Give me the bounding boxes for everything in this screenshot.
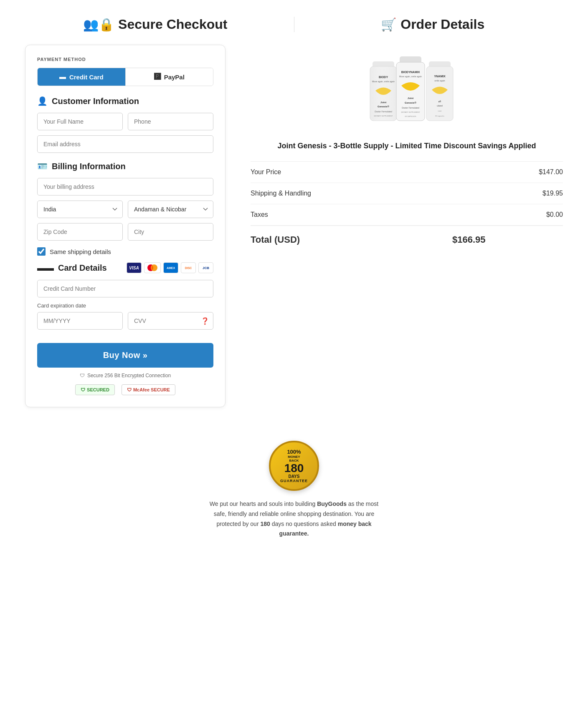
money-back-days-label: DAYS	[289, 474, 300, 479]
svg-text:Doctor Formulated: Doctor Formulated	[375, 110, 392, 113]
card-expiry-label: Card expiration date	[37, 302, 213, 309]
payment-method-label: PAYMENT METHOD	[37, 57, 213, 62]
svg-text:BIODYNAMIX: BIODYNAMIX	[401, 71, 420, 74]
footer-text: We put our hearts and souls into buildin…	[206, 499, 382, 539]
credit-card-tab[interactable]: ▬ Credit Card	[38, 68, 125, 86]
svg-text:Doctor Formulated: Doctor Formulated	[402, 107, 419, 109]
security-text: 🛡 Secure 256 Bit Encrypted Connection	[37, 373, 213, 378]
mcafee-badge: 🛡 McAfee SECURE	[122, 384, 175, 395]
total-label: Total (USD)	[251, 226, 452, 254]
full-name-input[interactable]	[37, 113, 123, 130]
shield-icon: 🛡	[80, 373, 85, 378]
money-back-guarantee-text: GUARANTEE	[280, 479, 308, 483]
security-badges: 🛡 SECURED 🛡 McAfee SECURE	[37, 384, 213, 395]
same-shipping-checkbox[interactable]	[37, 247, 46, 256]
card-details-header: ▬▬ Card Details VISA AMEX	[37, 262, 213, 273]
secure-checkout-title: 👥🔒 Secure Checkout	[25, 17, 286, 32]
email-input[interactable]	[37, 135, 213, 153]
header-divider	[294, 17, 294, 32]
order-total-row: Total (USD) $166.95	[251, 226, 563, 254]
checkout-header-left: 👥🔒 Secure Checkout	[25, 17, 286, 32]
state-select[interactable]: Andaman & Nicobar Maharashtra Delhi	[128, 201, 213, 218]
paypal-tab[interactable]: 🅿 PayPal	[125, 68, 213, 86]
country-field: India United States United Kingdom	[37, 201, 123, 218]
card-number-row	[37, 280, 213, 297]
product-image-container: BIODY Move again, smile again Joint Gene…	[251, 49, 563, 132]
paypal-tab-icon: 🅿	[154, 73, 161, 81]
footer-section: 100% MONEY BACK 180 DAYS GUARANTEE We pu…	[25, 432, 563, 547]
card-details-icon: ▬▬	[37, 263, 54, 273]
order-details-title: 🛒 Order Details	[303, 17, 563, 32]
cvv-field: ❓	[128, 312, 213, 330]
phone-field	[128, 113, 213, 130]
customer-icon: 👤	[37, 96, 48, 106]
money-back-money-text: MONEY	[288, 455, 300, 459]
money-back-circle: 100% MONEY BACK 180 DAYS GUARANTEE	[269, 441, 319, 491]
taxes-value: $0.00	[452, 204, 563, 226]
country-state-row: India United States United Kingdom Andam…	[37, 201, 213, 218]
secured-badge-icon: 🛡	[81, 387, 85, 392]
svg-text:Move again, smile again: Move again, smile again	[399, 75, 422, 78]
main-layout: PAYMENT METHOD ▬ Credit Card 🅿 PayPal 👤 …	[25, 45, 563, 407]
jcb-logo: JCB	[198, 262, 213, 273]
billing-icon: 🪪	[37, 161, 48, 171]
phone-input[interactable]	[128, 113, 213, 130]
taxes-label: Taxes	[251, 204, 452, 226]
payment-form-column: PAYMENT METHOD ▬ Credit Card 🅿 PayPal 👤 …	[25, 45, 226, 407]
cart-icon: 🛒	[381, 17, 396, 32]
shipping-value: $19.95	[452, 183, 563, 204]
svg-text:Genesis®: Genesis®	[405, 102, 416, 104]
buy-now-button[interactable]: Buy Now »	[37, 343, 213, 368]
order-details-column: BIODY Move again, smile again Joint Gene…	[251, 45, 563, 254]
page-header: 👥🔒 Secure Checkout 🛒 Order Details	[25, 17, 563, 32]
billing-address-input[interactable]	[37, 178, 213, 196]
discover-logo: DISC	[181, 262, 196, 273]
cvv-help-icon[interactable]: ❓	[201, 317, 209, 325]
expiry-input[interactable]	[37, 312, 123, 330]
billing-info-heading: 🪪 Billing Information	[37, 161, 213, 171]
money-back-badge: 100% MONEY BACK 180 DAYS GUARANTEE	[269, 441, 319, 491]
svg-text:Joint: Joint	[408, 97, 413, 99]
mcafee-badge-icon: 🛡	[127, 387, 132, 392]
money-back-days-text: 180	[284, 462, 304, 474]
product-title: Joint Genesis - 3-Bottle Supply - Limite…	[251, 141, 563, 151]
name-phone-row	[37, 113, 213, 130]
svg-text:s®: s®	[438, 100, 441, 103]
product-image: BIODY Move again, smile again Joint Gene…	[352, 49, 461, 132]
zip-input[interactable]	[37, 223, 123, 241]
svg-text:Genesis®: Genesis®	[378, 105, 389, 108]
email-row	[37, 135, 213, 153]
city-field	[128, 223, 213, 241]
amex-logo: AMEX	[163, 262, 178, 273]
table-row: Shipping & Handling $19.95	[251, 183, 563, 204]
svg-text:60 CAPSULES: 60 CAPSULES	[405, 115, 416, 117]
secure-checkout-icon: 👥🔒	[83, 17, 114, 32]
payment-tabs: ▬ Credit Card 🅿 PayPal	[37, 68, 213, 86]
order-table: Your Price $147.00 Shipping & Handling $…	[251, 161, 563, 254]
svg-text:60 capsules: 60 capsules	[435, 115, 444, 117]
svg-text:Move again, smile again: Move again, smile again	[372, 80, 395, 83]
zip-city-row	[37, 223, 213, 241]
svg-text:BIODY: BIODY	[379, 76, 388, 79]
shipping-label: Shipping & Handling	[251, 183, 452, 204]
billing-address-field	[37, 178, 213, 196]
state-field: Andaman & Nicobar Maharashtra Delhi	[128, 201, 213, 218]
city-input[interactable]	[128, 223, 213, 241]
mastercard-icon	[147, 264, 158, 272]
price-label: Your Price	[251, 162, 452, 183]
svg-text:ment: ment	[438, 110, 442, 112]
svg-text:YNAMIX: YNAMIX	[434, 75, 446, 78]
card-number-field	[37, 280, 213, 297]
card-number-input[interactable]	[37, 280, 213, 297]
same-shipping-label[interactable]: Same shipping details	[50, 248, 111, 255]
order-details-header-right: 🛒 Order Details	[303, 17, 563, 32]
total-value: $166.95	[452, 226, 563, 254]
svg-text:ulated: ulated	[437, 104, 443, 107]
same-shipping-row: Same shipping details	[37, 247, 213, 256]
mastercard-logo	[144, 262, 161, 273]
zip-field	[37, 223, 123, 241]
country-select[interactable]: India United States United Kingdom	[37, 201, 123, 218]
expiry-field	[37, 312, 123, 330]
card-details-title: ▬▬ Card Details	[37, 263, 107, 273]
secured-badge: 🛡 SECURED	[75, 384, 115, 395]
